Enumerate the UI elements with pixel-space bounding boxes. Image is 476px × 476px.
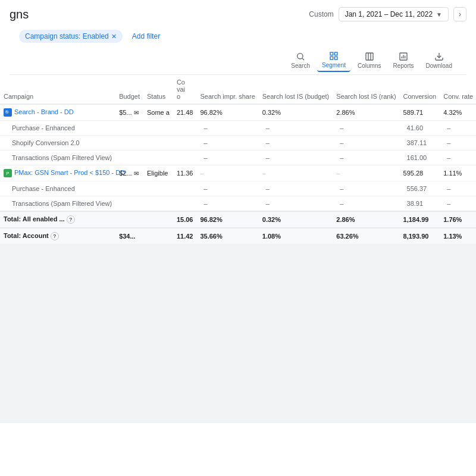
search-impr-share-cell: 96.82% xyxy=(196,104,258,121)
co-val-cell xyxy=(173,121,197,136)
search-icon xyxy=(296,52,305,61)
total-all-enabled-row: Total: All enabled ... ? 15.06 96.82% 0.… xyxy=(0,211,476,228)
col-header-search-lost-rank: Search lost IS (rank) xyxy=(333,75,399,104)
status-cell: Eligible xyxy=(143,165,173,181)
help-icon[interactable]: ? xyxy=(67,215,75,224)
campaign-name-cell: Purchase - Enhanced xyxy=(0,121,115,136)
campaign-name-cell: Purchase - Enhanced xyxy=(0,181,115,196)
co-val-cell: 11.42 xyxy=(173,228,197,245)
budget-cell: $5... ✉ xyxy=(115,104,143,121)
date-range-label: Jan 1, 2021 – Dec 11, 2022 xyxy=(345,10,433,18)
reports-icon xyxy=(399,52,408,61)
col-header-campaign: Campaign xyxy=(0,75,115,104)
campaign-link[interactable]: Search - Brand - DD xyxy=(14,108,74,115)
co-val-cell: 15.06 xyxy=(173,211,197,228)
svg-rect-2 xyxy=(330,52,333,55)
top-bar: gns Custom Jan 1, 2021 – Dec 11, 2022 ▼ … xyxy=(0,0,476,75)
co-val-cell: 21.48 xyxy=(173,104,197,121)
segment-toolbar-button[interactable]: Segment xyxy=(317,49,350,72)
search-impr-share-cell: – xyxy=(196,165,258,181)
conversion-cell: 595.28 xyxy=(400,165,440,181)
svg-rect-5 xyxy=(334,57,337,60)
campaign-name-cell: Transactions (Spam Filtered View) xyxy=(0,196,115,212)
total-account-row: Total: Account ? $34... 11.42 35.66% 1.0… xyxy=(0,228,476,245)
col-header-co-val: Co vai o xyxy=(173,75,197,104)
page-container: gns Custom Jan 1, 2021 – Dec 11, 2022 ▼ … xyxy=(0,0,476,476)
search-lost-budget-cell: – xyxy=(259,165,333,181)
reports-toolbar-button[interactable]: Reports xyxy=(389,49,419,71)
columns-label: Columns xyxy=(358,62,381,69)
status-cell xyxy=(143,121,173,136)
search-lost-rank-cell: – xyxy=(333,165,399,181)
svg-rect-6 xyxy=(366,53,373,60)
conv-rate-cell: – xyxy=(440,121,476,136)
conversion-cell: 589.71 xyxy=(400,104,440,121)
search-toolbar-button[interactable]: Search xyxy=(286,49,315,71)
campaigns-table: Campaign Budget Status Co vai o Search i… xyxy=(0,75,476,245)
svg-line-1 xyxy=(302,58,304,60)
top-bar-row: gns Custom Jan 1, 2021 – Dec 11, 2022 ▼ … xyxy=(10,7,466,21)
columns-toolbar-button[interactable]: Columns xyxy=(353,49,386,71)
conversion-cell: 41.60 xyxy=(400,121,440,136)
date-range-button[interactable]: Jan 1, 2021 – Dec 11, 2022 ▼ xyxy=(339,7,449,21)
budget-cell xyxy=(115,121,143,136)
co-val-cell: 11.36 xyxy=(173,165,197,181)
date-picker: Custom Jan 1, 2021 – Dec 11, 2022 ▼ › xyxy=(309,7,466,21)
col-header-conversion: Conversion xyxy=(400,75,440,104)
bottom-area xyxy=(0,245,476,423)
table-row: P PMax: GSN Smart - Prod < $150 - DD $2.… xyxy=(0,165,476,181)
campaign-name-cell: 🔍 Search - Brand - DD xyxy=(0,104,115,121)
filter-tag-campaign-status[interactable]: Campaign status: Enabled ✕ xyxy=(19,30,123,43)
close-icon[interactable]: ✕ xyxy=(111,33,117,40)
chevron-down-icon: ▼ xyxy=(436,11,442,18)
toolbar: Search Segment Columns Reports xyxy=(10,46,466,75)
table-row: Transactions (Spam Filtered View) – – – … xyxy=(0,151,476,165)
search-lost-rank-cell: – xyxy=(333,121,399,136)
table-header-row: Campaign Budget Status Co vai o Search i… xyxy=(0,75,476,104)
pmax-campaign-icon: P xyxy=(4,169,12,177)
search-campaign-icon: 🔍 xyxy=(4,108,12,117)
search-impr-share-cell: – xyxy=(196,121,258,136)
col-header-search-impr-share: Search impr. share xyxy=(196,75,258,104)
status-cell: Some a xyxy=(143,104,173,121)
filter-tag-label: Campaign status: Enabled xyxy=(25,32,109,40)
col-header-search-lost-budget: Search lost IS (budget) xyxy=(259,75,333,104)
download-label: Download xyxy=(426,62,452,69)
table-row: Purchase - Enhanced – – – 556.37 – – 390… xyxy=(0,181,476,196)
svg-point-0 xyxy=(298,54,303,59)
help-icon[interactable]: ? xyxy=(51,232,59,240)
table-row: Shopify Conversion 2.0 – – – 387.11 – – … xyxy=(0,136,476,151)
segment-label: Segment xyxy=(322,62,346,68)
budget-cell: $2... ✉ xyxy=(115,165,143,181)
campaign-link[interactable]: PMax: GSN Smart - Prod < $150 - DD xyxy=(14,169,125,176)
custom-label: Custom xyxy=(309,10,333,18)
page-title: gns xyxy=(10,8,29,21)
campaign-name-cell: P PMax: GSN Smart - Prod < $150 - DD xyxy=(0,165,115,181)
search-lost-rank-cell: 2.86% xyxy=(333,104,399,121)
table-row: Transactions (Spam Filtered View) – – – … xyxy=(0,196,476,212)
svg-rect-4 xyxy=(330,57,333,60)
total-label-cell: Total: All enabled ... ? xyxy=(0,211,115,228)
col-header-status: Status xyxy=(143,75,173,104)
download-toolbar-button[interactable]: Download xyxy=(421,49,457,71)
table-row: 🔍 Search - Brand - DD $5... ✉ Some a 21.… xyxy=(0,104,476,121)
campaigns-table-container: Campaign Budget Status Co vai o Search i… xyxy=(0,75,476,245)
total-label-cell: Total: Account ? xyxy=(0,228,115,245)
search-label: Search xyxy=(291,62,310,69)
segment-icon xyxy=(329,51,339,61)
columns-icon xyxy=(365,52,374,61)
reports-label: Reports xyxy=(393,62,414,69)
campaign-name-cell: Shopify Conversion 2.0 xyxy=(0,136,115,151)
campaign-name-cell: Transactions (Spam Filtered View) xyxy=(0,151,115,165)
col-header-conv-rate: Conv. rate xyxy=(440,75,476,104)
conv-rate-cell: 1.11% xyxy=(440,165,476,181)
search-lost-budget-cell: – xyxy=(259,121,333,136)
download-icon xyxy=(434,52,444,61)
search-lost-budget-cell: 0.32% xyxy=(259,104,333,121)
table-row: Purchase - Enhanced – – – 41.60 – – 34,7… xyxy=(0,121,476,136)
filter-bar: Campaign status: Enabled ✕ Add filter xyxy=(10,26,466,46)
add-filter-button[interactable]: Add filter xyxy=(127,30,165,43)
col-header-budget: Budget xyxy=(115,75,143,104)
conv-rate-cell: 4.32% xyxy=(440,104,476,121)
nav-arrow-button[interactable]: › xyxy=(453,7,466,21)
